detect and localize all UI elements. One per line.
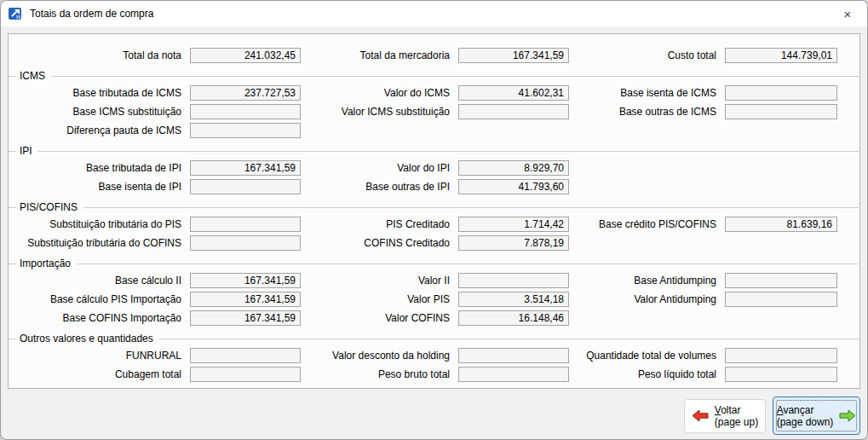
field-quantidade-total-de-volumes[interactable] (725, 348, 837, 363)
forward-button-label: Avançar (777, 404, 834, 416)
section-divider (9, 151, 16, 152)
field-base-isenta-de-icms[interactable] (725, 85, 837, 101)
field-base-antidumping[interactable] (725, 273, 837, 288)
label-total-da-mercadoria: Total da mercadoria (301, 49, 458, 61)
label-valor-antidumping: Valor Antidumping (569, 293, 725, 305)
field-valor-pis[interactable]: 3.514,18 (458, 292, 569, 307)
field-valor-antidumping[interactable] (725, 292, 837, 307)
field-base-outras-de-ipi[interactable]: 41.793,60 (458, 179, 569, 194)
section-divider (9, 339, 16, 339)
label-base-icms-substituicao: Base ICMS substituição (9, 106, 190, 118)
back-button-text: Voltar (page up) (715, 404, 758, 428)
form-row: FUNRURALValor desconto da holdingQuantid… (9, 346, 859, 365)
section-header-icms: ICMS (9, 70, 859, 82)
field-base-icms-substituicao[interactable] (190, 104, 301, 119)
field-valor-desconto-da-holding[interactable] (458, 348, 569, 363)
section-title-ipi: IPI (16, 145, 38, 157)
label-quantidade-total-de-volumes: Quantidade total de volumes (569, 350, 725, 362)
section-divider (9, 76, 16, 77)
app-icon (9, 7, 22, 20)
label-base-tributada-de-ipi: Base tributada de IPI (9, 162, 190, 174)
label-base-cofins-importacao: Base COFINS Importação (9, 312, 190, 324)
form-row: Base isenta de IPIBase outras de IPI41.7… (9, 177, 859, 196)
label-valor-desconto-da-holding: Valor desconto da holding (301, 350, 458, 362)
section-header-importacao: Importação (9, 258, 859, 269)
label-substituicao-tributaria-do-pis: Substituição tributária do PIS (9, 218, 190, 230)
label-base-tributada-de-icms: Base tributada de ICMS (9, 87, 190, 99)
section-divider (38, 151, 859, 152)
label-base-credito-pis-cofins: Base crédito PIS/COFINS (569, 218, 725, 230)
label-base-calculo-ii: Base cálculo II (9, 275, 190, 287)
field-custo-total[interactable]: 144.739,01 (725, 48, 837, 63)
section-divider (51, 76, 859, 77)
back-button-label: Voltar (715, 404, 758, 416)
window-title: Totais da ordem de compra (30, 8, 153, 20)
label-cubagem-total: Cubagem total (9, 368, 190, 380)
field-base-cofins-importacao[interactable]: 167.341,59 (190, 310, 301, 326)
field-valor-cofins[interactable]: 16.148,46 (458, 310, 569, 326)
field-valor-icms-substituicao[interactable] (458, 104, 569, 119)
forward-arrow-icon (839, 409, 856, 422)
label-base-calculo-pis-importacao: Base cálculo PIS Importação (9, 293, 190, 305)
forward-button-sublabel: (page down) (777, 416, 834, 428)
close-icon[interactable]: × (828, 1, 867, 26)
field-base-calculo-pis-importacao[interactable]: 167.341,59 (190, 292, 301, 307)
field-peso-liquido-total[interactable] (725, 367, 837, 382)
back-button-sublabel: (page up) (715, 416, 758, 428)
form-row: Base cálculo PIS Importação167.341,59Val… (9, 290, 859, 309)
field-substituicao-tributaria-do-pis[interactable] (190, 217, 301, 232)
label-base-outras-de-icms: Base outras de ICMS (569, 106, 725, 118)
section-header-pis-cofins: PIS/COFINS (9, 201, 859, 213)
label-peso-liquido-total: Peso líquido total (569, 368, 725, 380)
field-substituicao-tributaria-do-cofins[interactable] (190, 235, 301, 251)
form-row: Base tributada de ICMS237.727,53Valor do… (9, 84, 859, 102)
field-diferenca-pauta-de-icms[interactable] (190, 123, 301, 138)
form-row: Base COFINS Importação167.341,59Valor CO… (9, 309, 859, 327)
field-base-tributada-de-ipi[interactable]: 167.341,59 (190, 160, 301, 176)
form-row: Substituição tributária do COFINSCOFINS … (9, 234, 859, 252)
field-total-da-nota[interactable]: 241.032,45 (190, 48, 301, 63)
field-total-da-mercadoria[interactable]: 167.341,59 (458, 48, 569, 63)
field-cubagem-total[interactable] (190, 367, 301, 382)
title-bar: Totais da ordem de compra × (1, 1, 867, 26)
label-valor-do-ipi: Valor do IPI (301, 162, 458, 174)
form-row: Substituição tributária do PISPIS Credit… (9, 215, 859, 234)
section-divider (9, 263, 16, 264)
field-base-credito-pis-cofins[interactable]: 81.639,16 (725, 217, 837, 232)
field-peso-bruto-total[interactable] (458, 367, 569, 382)
field-base-tributada-de-icms[interactable]: 237.727,53 (190, 85, 301, 101)
field-funrural[interactable] (190, 348, 301, 363)
label-total-da-nota: Total da nota (9, 49, 190, 61)
field-pis-creditado[interactable]: 1.714,42 (458, 217, 569, 232)
back-button[interactable]: Voltar (page up) (684, 399, 766, 433)
section-header-ipi: IPI (9, 145, 859, 157)
field-base-outras-de-icms[interactable] (725, 104, 837, 119)
form-row: Base ICMS substituiçãoValor ICMS substit… (9, 102, 859, 121)
label-base-isenta-de-icms: Base isenta de ICMS (569, 87, 725, 99)
label-pis-creditado: PIS Creditado (301, 218, 458, 230)
label-custo-total: Custo total (569, 49, 725, 61)
label-funrural: FUNRURAL (9, 350, 190, 362)
field-valor-ii[interactable] (458, 273, 569, 288)
back-arrow-icon (692, 409, 709, 422)
label-substituicao-tributaria-do-cofins: Substituição tributária do COFINS (9, 237, 190, 249)
forward-button[interactable]: Avançar (page down) (773, 397, 860, 435)
label-diferenca-pauta-de-icms: Diferença pauta de ICMS (9, 124, 190, 136)
form-row: Diferença pauta de ICMS (9, 121, 859, 140)
field-base-calculo-ii[interactable]: 167.341,59 (190, 273, 301, 288)
section-divider (77, 263, 859, 264)
field-cofins-creditado[interactable]: 7.878,19 (458, 235, 569, 251)
button-bar: Voltar (page up) Avançar (page down) (684, 397, 860, 435)
forward-button-text: Avançar (page down) (777, 404, 834, 428)
field-valor-do-icms[interactable]: 41.602,31 (458, 85, 569, 101)
label-base-antidumping: Base Antidumping (569, 275, 725, 287)
section-divider (83, 207, 859, 208)
section-title-pis-cofins: PIS/COFINS (16, 201, 83, 213)
field-base-isenta-de-ipi[interactable] (190, 179, 301, 194)
label-cofins-creditado: COFINS Creditado (301, 237, 458, 249)
totals-dialog: Totais da ordem de compra × Total da not… (0, 0, 868, 440)
form-row: Base cálculo II167.341,59Valor IIBase An… (9, 271, 859, 290)
label-valor-pis: Valor PIS (301, 293, 458, 305)
field-valor-do-ipi[interactable]: 8.929,70 (458, 160, 569, 176)
form-row: Cubagem totalPeso bruto totalPeso líquid… (9, 365, 859, 384)
